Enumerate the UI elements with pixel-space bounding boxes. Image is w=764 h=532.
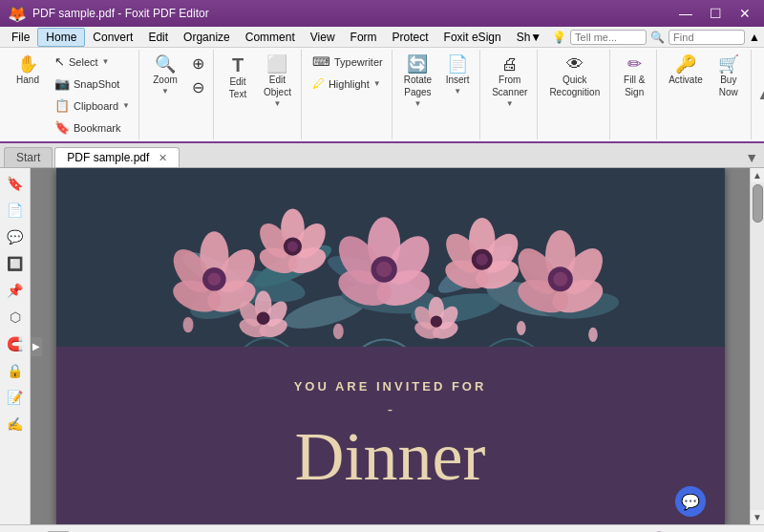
select-button[interactable]: ↖ Select ▼ <box>50 52 135 72</box>
menu-comment[interactable]: Comment <box>238 28 303 47</box>
menu-convert[interactable]: Convert <box>85 28 140 47</box>
rotate-pages-button[interactable]: 🔄 Rotate Pages ▼ <box>398 52 437 112</box>
minimize-button[interactable]: — <box>673 4 698 23</box>
ribbon-group-items-typewriter: ⌨ Typewriter 🖊 Highlight ▼ <box>308 52 388 138</box>
menu-edit[interactable]: Edit <box>140 28 176 47</box>
highlight-button[interactable]: 🖊 Highlight ▼ <box>308 74 388 94</box>
select-label: Select <box>69 56 98 68</box>
tab-pdf-sample[interactable]: PDF sample.pdf ✕ <box>54 147 179 167</box>
ribbon-group-items-edit: T Edit Text ⬜ Edit Object ▼ <box>220 52 297 138</box>
edit-object-button[interactable]: ⬜ Edit Object ▼ <box>258 52 297 112</box>
rotate-pages-icon: 🔄 <box>407 55 428 73</box>
svg-point-60 <box>332 324 343 339</box>
buy-now-button[interactable]: 🛒 Buy Now <box>711 52 747 101</box>
menu-organize[interactable]: Organize <box>176 28 238 47</box>
hand-label: Hand <box>16 74 39 85</box>
sidebar-shapes-icon[interactable]: ⬡ <box>4 306 27 329</box>
pdf-document: YOU ARE INVITED FOR - Dinner 💬 <box>56 168 725 524</box>
snapshot-button[interactable]: 📷 SnapShot <box>50 74 135 94</box>
rotate-pages-sublabel: Pages <box>404 87 431 97</box>
insert-button[interactable]: 📄 Insert ▼ <box>439 52 476 99</box>
hand-icon: ✋ <box>17 55 38 73</box>
hand-button[interactable]: ✋ Hand <box>8 52 48 89</box>
bookmark-button[interactable]: 🔖 Bookmark <box>50 117 135 138</box>
dash-separator: - <box>388 401 393 418</box>
sidebar-pages-icon[interactable]: 📄 <box>4 199 27 222</box>
menu-form[interactable]: Form <box>343 28 385 47</box>
tab-scroll-button[interactable]: ▼ <box>743 148 760 167</box>
sidebar-security-icon[interactable]: 🔒 <box>4 359 27 382</box>
maximize-button[interactable]: ☐ <box>704 4 728 23</box>
chat-support-button[interactable]: 💬 <box>675 486 706 517</box>
sidebar-attachments-icon[interactable]: 📌 <box>4 279 27 302</box>
fill-sign-label: Fill & <box>624 74 645 85</box>
sidebar-comments-icon[interactable]: 💬 <box>4 225 27 248</box>
highlight-icon: 🖊 <box>312 76 325 91</box>
tab-start[interactable]: Start <box>4 147 53 167</box>
ribbon-group-activate: 🔑 Activate 🛒 Buy Now <box>659 50 752 139</box>
zoom-label: Zoom <box>153 74 178 85</box>
left-sidebar: 🔖 📄 💬 🔲 📌 ⬡ 🧲 🔒 📝 ✍ <box>0 168 31 524</box>
svg-point-53 <box>256 311 269 325</box>
sidebar-layers-icon[interactable]: 🔲 <box>4 252 27 275</box>
activate-button[interactable]: 🔑 Activate <box>663 52 709 89</box>
fill-sign-button[interactable]: ✏ Fill & Sign <box>616 52 652 101</box>
right-scrollbar[interactable]: ▲ ▼ <box>750 168 764 524</box>
sidebar-bookmark-icon[interactable]: 🔖 <box>4 172 27 195</box>
sidebar-sign-icon[interactable]: ✍ <box>4 413 27 436</box>
menu-view[interactable]: View <box>303 28 343 47</box>
zoom-out-button[interactable]: ⊖ <box>187 75 209 99</box>
ribbon-collapse-button[interactable]: ▲ <box>753 83 764 106</box>
title-left: 🦊 PDF sample.pdf - Foxit PDF Editor <box>8 5 209 23</box>
ribbon-group-items-scanner: 🖨 From Scanner ▼ <box>486 52 533 138</box>
svg-point-33 <box>375 262 391 277</box>
typewriter-button[interactable]: ⌨ Typewriter <box>308 52 388 72</box>
insert-dropdown-icon: ▼ <box>454 87 461 96</box>
find-input[interactable] <box>668 30 745 45</box>
title-controls: — ☐ ✕ <box>673 4 756 23</box>
from-scanner-button[interactable]: 🖨 From Scanner ▼ <box>486 52 533 112</box>
fill-sign-icon: ✏ <box>627 55 642 73</box>
main-content: 🔖 📄 💬 🔲 📌 ⬡ 🧲 🔒 📝 ✍ ▶ <box>0 168 764 524</box>
snapshot-icon: 📷 <box>54 76 70 91</box>
page-turn-arrow[interactable]: ▶ <box>31 337 42 356</box>
clipboard-icon: 📋 <box>54 98 70 113</box>
menu-home[interactable]: Home <box>37 28 85 47</box>
edit-object-label: Edit <box>269 74 286 85</box>
edit-object-sublabel: Object <box>264 87 291 97</box>
menu-share[interactable]: Sh▼ <box>509 28 550 47</box>
ribbon-collapse-icon[interactable]: ▲ <box>749 31 760 44</box>
ribbon-group-fillsign: ✏ Fill & Sign <box>612 50 657 139</box>
scroll-thumb[interactable] <box>753 184 763 223</box>
edit-text-button[interactable]: T Edit Text <box>220 52 256 103</box>
tab-close-button[interactable]: ✕ <box>159 152 167 163</box>
quick-recognition-button[interactable]: 👁 Quick Recognition <box>543 52 605 101</box>
ribbon-group-zoom: 🔍 Zoom ▼ ⊕ ⊖ <box>141 50 214 139</box>
select-icon: ↖ <box>54 54 65 69</box>
svg-point-19 <box>207 272 221 286</box>
zoom-in-button[interactable]: ⊕ <box>187 52 209 75</box>
quick-recognition-icon: 👁 <box>566 55 584 73</box>
ribbon-group-items-recognition: 👁 Quick Recognition <box>543 52 605 138</box>
ribbon-group-items-zoom: 🔍 Zoom ▼ ⊕ ⊖ <box>145 52 209 138</box>
scroll-down-button[interactable]: ▼ <box>751 510 764 524</box>
search-icon: 🔍 <box>650 31 665 44</box>
menu-protect[interactable]: Protect <box>385 28 436 47</box>
scroll-up-button[interactable]: ▲ <box>751 168 764 182</box>
close-button[interactable]: ✕ <box>733 4 756 23</box>
menu-foxit-esign[interactable]: Foxit eSign <box>436 28 509 47</box>
dinner-text: Dinner <box>295 422 486 491</box>
highlight-label: Highlight <box>329 78 370 90</box>
clipboard-button[interactable]: 📋 Clipboard ▼ <box>50 96 135 116</box>
quick-recognition-label: Quick <box>562 74 587 85</box>
ribbon-collapse-area: ▲ <box>753 50 764 139</box>
pdf-view-area: YOU ARE INVITED FOR - Dinner 💬 <box>31 168 750 524</box>
rotate-pages-label: Rotate <box>404 74 432 85</box>
sidebar-link-icon[interactable]: 🧲 <box>4 332 27 355</box>
sidebar-edit-icon[interactable]: 📝 <box>4 386 27 409</box>
scroll-track[interactable] <box>751 182 764 510</box>
flower-area <box>56 168 725 364</box>
tell-me-input[interactable] <box>570 30 647 45</box>
menu-file[interactable]: File <box>4 28 37 47</box>
zoom-button[interactable]: 🔍 Zoom ▼ <box>145 52 185 99</box>
